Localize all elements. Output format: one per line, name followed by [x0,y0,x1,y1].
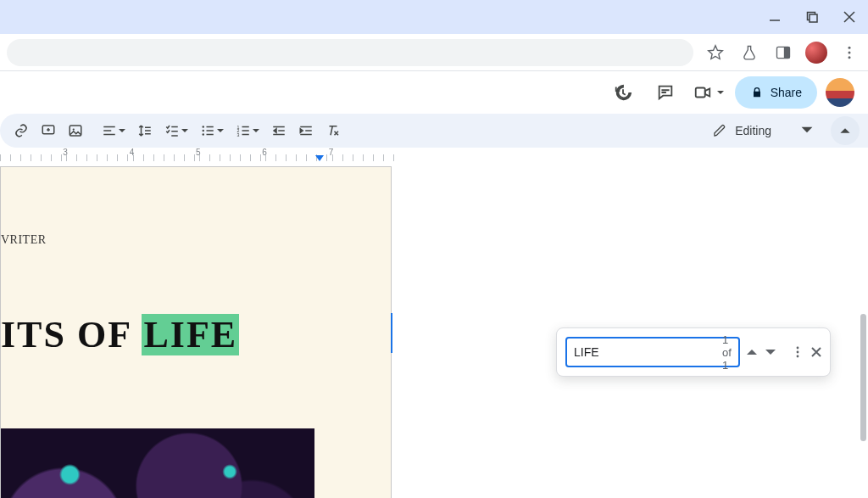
svg-text:3: 3 [236,132,239,137]
svg-point-12 [202,130,203,131]
svg-point-17 [796,347,798,350]
svg-point-6 [849,56,851,59]
document-canvas[interactable]: VRITER ITS OF LIFE 1 of 1 [0,163,868,498]
find-count-label: 1 of 1 [722,333,732,372]
ruler-right-indent-marker[interactable] [315,155,324,161]
reader-panel-icon[interactable] [771,41,795,64]
ruler-mark [66,148,132,163]
headline-search-highlight: LIFE [142,314,239,355]
share-button-label: Share [771,86,802,99]
decrease-indent-button[interactable] [266,118,292,143]
text-caret [391,313,392,353]
svg-point-4 [849,46,851,48]
browser-profile-avatar[interactable] [805,42,827,64]
find-more-options-button[interactable] [791,339,804,365]
meet-button[interactable] [691,76,726,109]
page-embedded-image[interactable] [1,428,314,498]
ruler-segment [0,148,66,163]
svg-rect-3 [784,47,790,58]
window-titlebar [0,0,868,34]
insert-link-button[interactable] [8,118,34,143]
vertical-scrollbar[interactable] [856,288,868,498]
find-close-button[interactable] [810,339,823,365]
bulleted-list-button[interactable] [195,118,229,143]
chevron-down-icon [716,86,726,99]
checklist-button[interactable] [159,118,193,143]
chevron-down-icon [118,124,126,137]
svg-point-13 [202,133,203,135]
numbered-list-button[interactable]: 123 [231,118,264,143]
chevron-down-icon [800,123,814,139]
window-minimize-button[interactable] [766,8,783,25]
labs-flask-icon[interactable] [737,41,761,64]
omnibox[interactable] [7,39,693,66]
history-icon[interactable] [606,76,640,109]
ruler-mark [332,148,398,163]
ruler-mark [199,148,265,163]
find-input[interactable] [574,345,722,359]
account-avatar[interactable] [826,78,854,107]
browser-toolbar [0,34,868,71]
docs-toolbar: 123 Editing [0,114,868,148]
svg-point-5 [849,51,851,53]
svg-point-19 [796,355,798,358]
chevron-down-icon [181,124,189,137]
lock-icon [750,86,764,99]
find-panel: 1 of 1 [556,327,831,377]
page-headline[interactable]: ITS OF LIFE [1,313,391,356]
comments-icon[interactable] [648,76,682,109]
insert-image-button[interactable] [63,118,88,143]
editing-mode-label: Editing [735,124,771,137]
document-page[interactable]: VRITER ITS OF LIFE [0,166,392,498]
docs-header: Share [0,71,868,114]
increase-indent-button[interactable] [293,118,319,143]
pencil-icon [713,124,726,137]
ruler[interactable] [0,148,868,163]
find-next-button[interactable] [764,339,777,365]
scrollbar-thumb[interactable] [860,314,866,441]
add-comment-button[interactable] [36,118,61,143]
window-maximize-button[interactable] [804,8,821,25]
line-spacing-button[interactable] [132,118,158,143]
window-close-button[interactable] [841,8,858,25]
page-subhead-fragment: VRITER [1,233,391,247]
chevron-down-icon [252,124,260,137]
find-prev-button[interactable] [745,339,759,365]
svg-point-18 [796,351,798,354]
clear-formatting-button[interactable] [320,118,346,143]
svg-rect-1 [810,14,817,22]
align-button[interactable] [97,118,131,143]
svg-rect-7 [695,88,704,98]
ruler-mark [133,148,199,163]
find-input-wrap: 1 of 1 [565,337,740,367]
headline-prefix: ITS OF [1,314,142,355]
collapse-toolbar-button[interactable] [831,116,860,145]
browser-menu-icon[interactable] [837,41,861,64]
share-button[interactable]: Share [735,76,817,109]
svg-point-11 [202,126,203,127]
editing-mode-button[interactable]: Editing [703,118,824,143]
svg-point-10 [73,128,75,130]
bookmark-star-icon[interactable] [704,41,727,64]
chevron-down-icon [216,124,225,137]
